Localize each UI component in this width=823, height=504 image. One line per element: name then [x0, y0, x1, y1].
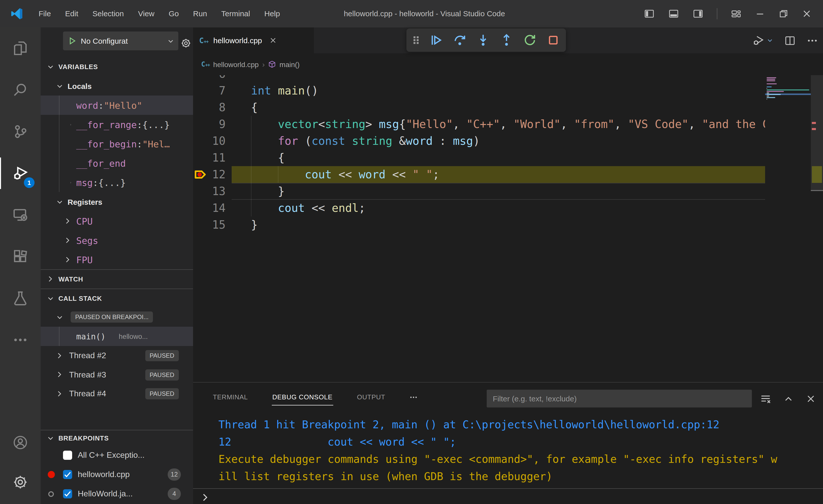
chevron-down-icon: [47, 295, 54, 302]
vscode-logo-icon: [10, 7, 23, 20]
breakpoint-helloworld-cpp[interactable]: helloworld.cpp 12: [41, 465, 193, 484]
menu-go[interactable]: Go: [162, 0, 186, 27]
run-or-debug-button[interactable]: [753, 34, 773, 46]
close-panel-icon[interactable]: [806, 393, 816, 404]
variable-separator: :: [93, 177, 98, 188]
code-line: 15}: [193, 216, 765, 233]
restart-button[interactable]: [523, 33, 536, 47]
activity-more-icon[interactable]: [0, 319, 41, 361]
code-area[interactable]: 6 7int main() 8{ 9 vector<string> msg{"H…: [193, 75, 765, 382]
section-breakpoints[interactable]: BREAKPOINTS: [41, 430, 193, 446]
menu-terminal[interactable]: Terminal: [214, 0, 257, 27]
title-bar: File Edit Selection View Go Run Terminal…: [0, 0, 823, 27]
account-icon[interactable]: [0, 423, 41, 462]
call-stack-thread-1[interactable]: PAUSED ON BREAKPOI...: [41, 307, 193, 327]
register-group-fpu[interactable]: FPU: [41, 250, 193, 269]
stop-button[interactable]: [547, 33, 560, 47]
breadcrumb-file[interactable]: helloworld.cpp: [213, 60, 259, 68]
menu-view[interactable]: View: [131, 0, 162, 27]
maximize-panel-icon[interactable]: [783, 393, 794, 404]
locals-label: Locals: [67, 81, 92, 90]
activity-run-and-debug-icon[interactable]: 1: [0, 152, 41, 194]
settings-gear-icon[interactable]: [0, 462, 41, 502]
code-line-current: 12 cout << word << " ";: [193, 166, 765, 183]
panel-tab-debug-console[interactable]: DEBUG CONSOLE: [272, 389, 333, 405]
registers-label: Registers: [67, 197, 102, 206]
activity-testing-icon[interactable]: [0, 278, 41, 319]
panel-tab-terminal[interactable]: TERMINAL: [212, 389, 249, 405]
activity-source-control-icon[interactable]: [0, 111, 41, 152]
call-stack-frame-main[interactable]: main() hellowo...: [41, 327, 193, 346]
activity-remote-explorer-icon[interactable]: [0, 194, 41, 236]
close-tab-icon[interactable]: [269, 37, 277, 44]
activity-extensions-icon[interactable]: [0, 236, 41, 278]
step-over-button[interactable]: [453, 33, 466, 47]
menu-edit[interactable]: Edit: [58, 0, 86, 27]
split-editor-icon[interactable]: [784, 35, 796, 46]
restore-window-icon[interactable]: [778, 9, 789, 19]
tree-item-locals[interactable]: Locals: [41, 76, 193, 96]
variable-for-range[interactable]: __for_range: {...}: [41, 115, 193, 134]
debug-sidebar-header: No Configurat: [41, 27, 193, 57]
chevron-down-icon: [47, 63, 54, 70]
debug-console-input[interactable]: [193, 488, 823, 504]
tree-item-registers[interactable]: Registers: [41, 192, 193, 211]
breakpoint-all-cpp-exceptions[interactable]: All C++ Exceptio...: [41, 446, 193, 465]
breakpoint-label: HelloWorld.ja...: [78, 489, 133, 498]
tab-helloworld-cpp[interactable]: C++ helloworld.cpp: [193, 27, 314, 53]
debug-configuration-select[interactable]: No Configurat: [63, 31, 178, 50]
minimap[interactable]: [765, 75, 811, 382]
panel-more-tabs-icon[interactable]: [409, 393, 419, 402]
debug-console-filter-input[interactable]: [487, 390, 752, 407]
section-watch[interactable]: WATCH: [41, 270, 193, 289]
section-call-stack[interactable]: CALL STACK: [41, 289, 193, 307]
breadcrumb-separator: ›: [262, 60, 265, 68]
editor-more-actions-icon[interactable]: [807, 35, 818, 46]
toggle-sidebar-icon[interactable]: [644, 9, 655, 19]
menu-selection[interactable]: Selection: [86, 0, 131, 27]
breadcrumb-symbol[interactable]: main(): [280, 60, 300, 68]
menu-file[interactable]: File: [31, 0, 58, 27]
call-stack-thread-2[interactable]: Thread #2 PAUSED: [41, 346, 193, 365]
chevron-down-icon: [167, 37, 174, 44]
toggle-secondary-sidebar-icon[interactable]: [692, 9, 704, 19]
variable-for-begin[interactable]: __for_begin: "Hel…: [41, 134, 193, 153]
variable-name: __for_begin: [41, 139, 137, 149]
call-stack-thread-3[interactable]: Thread #3 PAUSED: [41, 365, 193, 384]
section-variables[interactable]: VARIABLES: [41, 57, 193, 76]
activity-explorer-icon[interactable]: [0, 27, 41, 69]
register-group-label: FPU: [76, 254, 93, 265]
bottom-panel: TERMINAL DEBUG CONSOLE OUTPUT Thread 1 h…: [193, 382, 823, 504]
menu-help[interactable]: Help: [257, 0, 287, 27]
toggle-panel-icon[interactable]: [668, 9, 679, 19]
debug-settings-gear-icon[interactable]: [180, 38, 191, 49]
variable-for-end[interactable]: __for_end: [41, 153, 193, 173]
step-into-button[interactable]: [477, 33, 490, 47]
variable-msg[interactable]: msg: {...}: [41, 173, 193, 192]
call-stack-thread-4[interactable]: Thread #4 PAUSED: [41, 384, 193, 403]
activity-search-icon[interactable]: [0, 69, 41, 111]
toolbar-drag-grip[interactable]: [413, 35, 420, 45]
checkbox-checked[interactable]: [63, 470, 72, 479]
activity-bar: 1: [0, 27, 41, 504]
stack-frame-location: hellowo...: [119, 333, 148, 340]
overview-ruler-scrollbar[interactable]: [811, 75, 823, 382]
register-group-cpu[interactable]: CPU: [41, 211, 193, 231]
clear-console-icon[interactable]: [760, 393, 771, 404]
code-line: 14 cout << endl;: [193, 200, 765, 216]
register-group-segs[interactable]: Segs: [41, 231, 193, 250]
close-window-icon[interactable]: [802, 9, 812, 19]
variable-word[interactable]: word: "Hello": [41, 96, 193, 115]
breakpoint-helloworld-java[interactable]: HelloWorld.ja... 4: [41, 484, 193, 503]
checkbox-checked[interactable]: [63, 489, 72, 498]
checkbox-unchecked[interactable]: [63, 451, 72, 460]
breakpoint-with-arrow-icon[interactable]: [194, 169, 209, 180]
panel-tab-output[interactable]: OUTPUT: [356, 389, 386, 405]
minimize-window-icon[interactable]: [755, 9, 765, 19]
variable-separator: :: [137, 139, 142, 149]
continue-button[interactable]: [430, 33, 443, 47]
breakpoint-count-badge: 4: [168, 488, 181, 500]
step-out-button[interactable]: [500, 33, 513, 47]
customize-layout-icon[interactable]: [730, 9, 742, 19]
menu-run[interactable]: Run: [186, 0, 214, 27]
